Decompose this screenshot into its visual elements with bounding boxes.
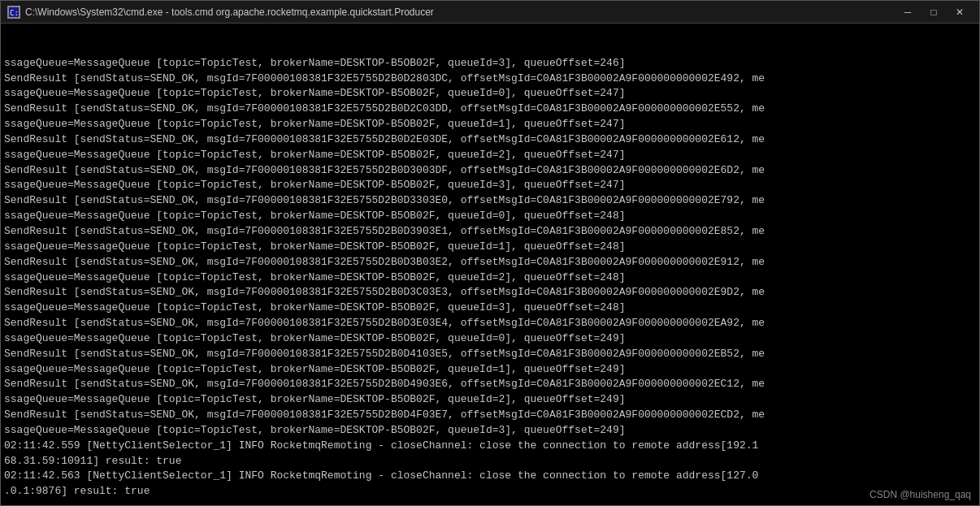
console-line: SendResult [sendStatus=SEND_OK, msgId=7F…: [4, 102, 976, 117]
console-line: SendResult [sendStatus=SEND_OK, msgId=7F…: [4, 163, 976, 179]
cmd-window: C: C:\Windows\System32\cmd.exe - tools.c…: [0, 0, 980, 506]
console-line: 02:11:42.559 [NettyClientSelector_1] INF…: [4, 439, 976, 454]
console-line: ssageQueue=MessageQueue [topic=TopicTest…: [4, 240, 976, 255]
watermark: CSDN @huisheng_qaq: [869, 489, 971, 500]
console-line: ssageQueue=MessageQueue [topic=TopicTest…: [4, 178, 976, 193]
cmd-icon: C:: [7, 6, 20, 19]
console-line: ssageQueue=MessageQueue [topic=TopicTest…: [4, 270, 976, 286]
console-line: SendResult [sendStatus=SEND_OK, msgId=7F…: [4, 285, 976, 301]
maximize-button[interactable]: □: [921, 4, 947, 20]
close-button[interactable]: ✕: [947, 4, 973, 20]
console-line: ssageQueue=MessageQueue [topic=TopicTest…: [4, 392, 976, 408]
console-line: SendResult [sendStatus=SEND_OK, msgId=7F…: [4, 347, 976, 362]
console-line: SendResult [sendStatus=SEND_OK, msgId=7F…: [4, 255, 976, 270]
console-line: SendResult [sendStatus=SEND_OK, msgId=7F…: [4, 224, 976, 240]
console-line: SendResult [sendStatus=SEND_OK, msgId=7F…: [4, 316, 976, 331]
console-line: SendResult [sendStatus=SEND_OK, msgId=7F…: [4, 71, 976, 87]
console-output: ssageQueue=MessageQueue [topic=TopicTest…: [4, 25, 976, 500]
console-line: ssageQueue=MessageQueue [topic=TopicTest…: [4, 301, 976, 316]
title-bar: C: C:\Windows\System32\cmd.exe - tools.c…: [1, 1, 979, 24]
console-line: SendResult [sendStatus=SEND_OK, msgId=7F…: [4, 193, 976, 209]
console-line: SendResult [sendStatus=SEND_OK, msgId=7F…: [4, 377, 976, 392]
console-line: .0.1:9876] result: true: [4, 484, 976, 500]
console-line: SendResult [sendStatus=SEND_OK, msgId=7F…: [4, 132, 976, 148]
window-title: C:\Windows\System32\cmd.exe - tools.cmd …: [25, 6, 434, 18]
console-line: ssageQueue=MessageQueue [topic=TopicTest…: [4, 362, 976, 378]
console-line: ssageQueue=MessageQueue [topic=TopicTest…: [4, 331, 976, 347]
minimize-button[interactable]: ─: [895, 4, 921, 20]
svg-text:C:: C:: [10, 9, 19, 17]
console-line: ssageQueue=MessageQueue [topic=TopicTest…: [4, 117, 976, 132]
console-line: SendResult [sendStatus=SEND_OK, msgId=7F…: [4, 408, 976, 423]
title-bar-left: C: C:\Windows\System32\cmd.exe - tools.c…: [7, 6, 434, 19]
console-line: ssageQueue=MessageQueue [topic=TopicTest…: [4, 86, 976, 102]
console-line: 02:11:42.563 [NettyClientSelector_1] INF…: [4, 469, 976, 484]
console-line: ssageQueue=MessageQueue [topic=TopicTest…: [4, 148, 976, 163]
console-line: ssageQueue=MessageQueue [topic=TopicTest…: [4, 209, 976, 224]
window-controls: ─ □ ✕: [895, 4, 973, 20]
console-line: ssageQueue=MessageQueue [topic=TopicTest…: [4, 56, 976, 71]
console-line: 68.31.59:10911] result: true: [4, 454, 976, 469]
console-line: ssageQueue=MessageQueue [topic=TopicTest…: [4, 423, 976, 439]
console-area: ssageQueue=MessageQueue [topic=TopicTest…: [1, 24, 979, 505]
